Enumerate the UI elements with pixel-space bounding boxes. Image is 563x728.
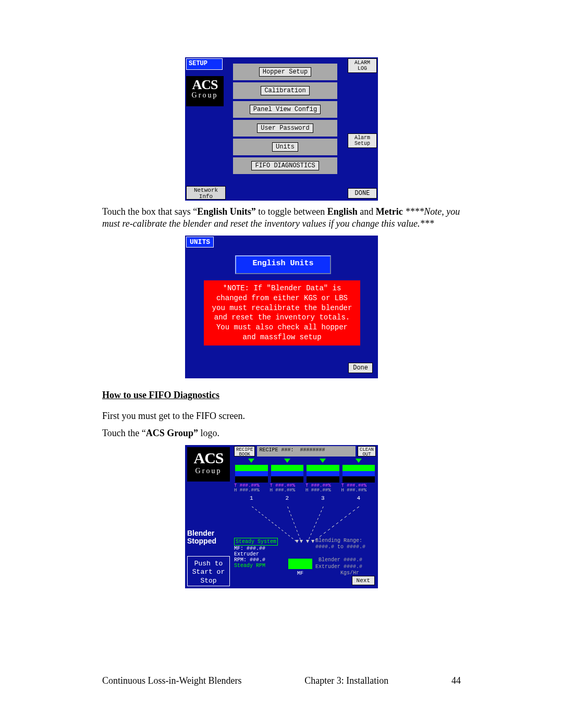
- text-bold: ACS Group”: [146, 428, 198, 438]
- calibration-button[interactable]: Calibration: [261, 86, 309, 95]
- hopper-4: T ###.##%H ###.##% 4: [341, 459, 376, 500]
- mf-graphic-block: MF: [288, 538, 313, 569]
- hopper-target-pct: T ###.##%: [234, 483, 260, 488]
- hmi-units-screen: UNITS English Units *NOTE: If "Blender D…: [185, 236, 378, 378]
- paragraph-fifo-2: Touch the “ACS Group” logo.: [102, 427, 461, 439]
- recipe-book-button[interactable]: RECIPE BOOK: [234, 446, 255, 456]
- acs-logo[interactable]: ACS Group: [187, 447, 230, 482]
- footer-left: Continuous Loss-in-Weight Blenders: [102, 675, 242, 686]
- hopper-row: T ###.##%H ###.##% 1 T ###.##%H ###.##% …: [234, 459, 376, 500]
- english-units-toggle[interactable]: English Units: [235, 255, 331, 274]
- hmi-main-screen: ACS Group Blender Stopped Push to Start …: [185, 445, 378, 588]
- setup-left-column: SETUP ACS Group Network Info: [185, 57, 227, 201]
- menu-row: Calibration: [233, 82, 337, 99]
- setup-right-column: ALARM LOG Alarm Setup DONE: [348, 58, 377, 200]
- hopper-setup-button[interactable]: Hopper Setup: [259, 67, 311, 77]
- alarm-log-button[interactable]: ALARM LOG: [348, 58, 377, 73]
- units-warning-note: *NOTE: If "Blender Data" is changed from…: [204, 280, 360, 346]
- user-password-button[interactable]: User Password: [257, 124, 313, 133]
- start-stop-button[interactable]: Push to Start or Stop: [187, 556, 230, 586]
- hopper-target-pct: T ###.##%: [341, 483, 367, 488]
- main-left-column: ACS Group Blender Stopped Push to Start …: [185, 445, 232, 588]
- arrow-down-icon: [284, 459, 290, 463]
- hopper-actual-pct: H ###.##%: [234, 488, 260, 493]
- text: to toggle between: [256, 206, 327, 217]
- page-footer: Continuous Loss-in-Weight Blenders Chapt…: [102, 675, 461, 686]
- recipe-title-label: RECIPE ###: ########: [257, 446, 356, 456]
- arrow-down-icon: [248, 459, 254, 463]
- hopper-2: T ###.##%H ###.##% 2: [270, 459, 305, 500]
- setup-title: SETUP: [186, 58, 223, 70]
- alarm-setup-button[interactable]: Alarm Setup: [348, 133, 377, 148]
- setup-done-button[interactable]: DONE: [348, 188, 377, 199]
- menu-row: User Password: [233, 120, 337, 137]
- extruder-label: Extruder: [234, 551, 259, 557]
- logo-text-acs: ACS: [187, 449, 230, 467]
- blending-range-block: Blending Range: ####.# to ####.# Blender…: [315, 538, 376, 569]
- text: and: [358, 206, 376, 217]
- hopper-number: 3: [305, 495, 340, 501]
- hopper-number: 4: [341, 495, 376, 501]
- blender-status-label: Blender Stopped: [187, 529, 216, 546]
- text: logo.: [198, 428, 219, 438]
- fifo-diagnostics-button[interactable]: FIFO DIAGNOSTICS: [251, 161, 319, 170]
- units-title: UNITS: [186, 237, 214, 248]
- menu-row: FIFO DIAGNOSTICS: [233, 157, 337, 174]
- menu-row: Hopper Setup: [233, 64, 337, 80]
- arrow-down-icon: [356, 459, 362, 463]
- menu-row: Units: [233, 139, 337, 155]
- next-button[interactable]: Next: [352, 576, 375, 585]
- panel-view-config-button[interactable]: Panel View Config: [250, 105, 321, 114]
- mf-value: MF: ###.##: [234, 546, 265, 551]
- logo-text-group: Group: [186, 92, 224, 99]
- clean-out-button[interactable]: CLEAN OUT: [358, 446, 376, 456]
- main-top-bar: RECIPE BOOK RECIPE ###: ######## CLEAN O…: [234, 446, 376, 456]
- text-bold: English Units”: [197, 206, 256, 217]
- text-bold: English: [327, 206, 358, 217]
- hopper-3: T ###.##%H ###.##% 3: [305, 459, 340, 500]
- logo-text-acs: ACS: [186, 78, 224, 92]
- arrow-down-icon: [320, 459, 326, 463]
- units-done-button[interactable]: Done: [348, 363, 373, 373]
- rpm-value: RPM: ###.#: [234, 557, 265, 563]
- text: Touch the “: [102, 428, 146, 438]
- logo-text-group: Group: [187, 467, 230, 475]
- lower-status-row: Steady System MF: ###.## Extruder RPM: #…: [234, 538, 376, 569]
- hopper-number: 1: [234, 495, 269, 501]
- network-info-button[interactable]: Network Info: [186, 186, 226, 200]
- system-status-block: Steady System MF: ###.## Extruder RPM: #…: [234, 538, 286, 569]
- acs-logo[interactable]: ACS Group: [186, 76, 224, 106]
- heading-fifo-diagnostics: How to use FIFO Diagnostics: [102, 390, 461, 401]
- steady-rpm-label: Steady RPM: [234, 563, 265, 569]
- hopper-actual-pct: H ###.##%: [341, 488, 367, 493]
- units-button[interactable]: Units: [272, 142, 298, 152]
- hmi-setup-screen: SETUP ACS Group Network Info Hopper Setu…: [185, 57, 378, 201]
- document-page: { "setup_screen": { "title": "SETUP", "l…: [0, 0, 563, 728]
- text: Touch the box that says “: [102, 206, 197, 217]
- menu-row: Panel View Config: [233, 101, 337, 118]
- paragraph-toggle-instructions: Touch the box that says “English Units” …: [102, 206, 461, 230]
- setup-menu-list: Hopper Setup Calibration Panel View Conf…: [233, 64, 337, 176]
- mf-graphic-label: MF: [288, 571, 312, 576]
- text-bold: Metric: [376, 206, 403, 217]
- hopper-1: T ###.##%H ###.##% 1: [234, 459, 269, 500]
- footer-center: Chapter 3: Installation: [304, 675, 388, 686]
- paragraph-fifo-1: First you must get to the FIFO screen.: [102, 410, 461, 422]
- hopper-target-pct: T ###.##%: [270, 483, 296, 488]
- hopper-target-pct: T ###.##%: [305, 483, 331, 488]
- hopper-actual-pct: H ###.##%: [270, 488, 296, 493]
- hopper-actual-pct: H ###.##%: [305, 488, 331, 493]
- hopper-number: 2: [270, 495, 305, 501]
- steady-system-label: Steady System: [234, 538, 278, 546]
- footer-right: 44: [451, 675, 461, 686]
